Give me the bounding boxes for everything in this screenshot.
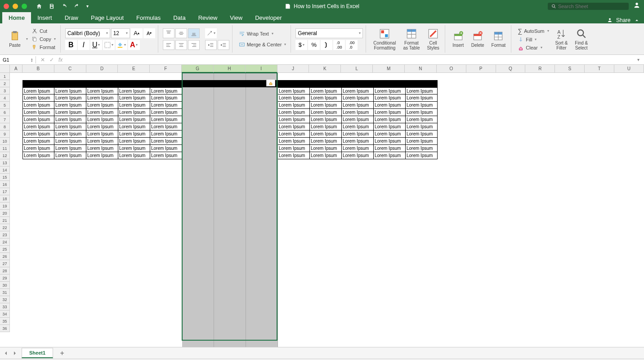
font-name-select[interactable]: Calibri (Body)▾ xyxy=(65,28,110,38)
row-header-22[interactable]: 22 xyxy=(0,224,10,231)
orientation-button[interactable]: ▾ xyxy=(205,28,217,38)
row-header-8[interactable]: 8 xyxy=(0,123,10,130)
col-header-U[interactable]: U xyxy=(614,65,644,73)
cell-E8[interactable]: Lorem Ipsum xyxy=(118,123,150,130)
cell-K10[interactable]: Lorem Ipsum xyxy=(310,138,342,145)
cell-C5[interactable]: Lorem Ipsum xyxy=(54,102,86,109)
percent-button[interactable]: % xyxy=(308,40,320,50)
cell-M9[interactable]: Lorem Ipsum xyxy=(374,130,406,138)
cell-L12[interactable]: Lorem Ipsum xyxy=(342,152,374,159)
increase-decimal-button[interactable]: .0.00 xyxy=(333,40,345,50)
cell-M5[interactable]: Lorem Ipsum xyxy=(374,102,406,109)
cell-L7[interactable]: Lorem Ipsum xyxy=(342,116,374,123)
cell-J7[interactable]: Lorem Ipsum xyxy=(278,116,310,123)
spreadsheet-grid[interactable]: ABCDEFGHIJKLMNOPQRSTU 123456789101112131… xyxy=(0,65,644,347)
cell-L9[interactable]: Lorem Ipsum xyxy=(342,130,374,138)
cell-M4[interactable]: Lorem Ipsum xyxy=(374,94,406,102)
cell-J6[interactable]: Lorem Ipsum xyxy=(278,109,310,116)
cell-D12[interactable]: Lorem Ipsum xyxy=(86,152,118,159)
format-cells-button[interactable]: Format xyxy=(489,29,509,49)
undo-icon[interactable] xyxy=(61,3,67,9)
paste-dropdown-icon[interactable]: ▾ xyxy=(26,37,28,41)
cell-K11[interactable]: Lorem Ipsum xyxy=(310,145,342,152)
cell-N7[interactable]: Lorem Ipsum xyxy=(406,116,438,123)
merge-center-button[interactable]: Merge & Center▾ xyxy=(237,41,288,48)
cell-K5[interactable]: Lorem Ipsum xyxy=(310,102,342,109)
cell-B11[interactable]: Lorem Ipsum xyxy=(22,145,54,152)
cell-F7[interactable]: Lorem Ipsum xyxy=(150,116,182,123)
add-sheet-button[interactable]: + xyxy=(58,349,67,358)
cell-L6[interactable]: Lorem Ipsum xyxy=(342,109,374,116)
cell-F9[interactable]: Lorem Ipsum xyxy=(150,130,182,138)
row-header-23[interactable]: 23 xyxy=(0,231,10,238)
cell-E11[interactable]: Lorem Ipsum xyxy=(118,145,150,152)
cell-J4[interactable]: Lorem Ipsum xyxy=(278,94,310,102)
cell-N8[interactable]: Lorem Ipsum xyxy=(406,123,438,130)
row-header-18[interactable]: 18 xyxy=(0,195,10,202)
row-header-19[interactable]: 19 xyxy=(0,202,10,210)
cell-C9[interactable]: Lorem Ipsum xyxy=(54,130,86,138)
cell-F3[interactable]: Lorem Ipsum xyxy=(150,87,182,94)
cell-N5[interactable]: Lorem Ipsum xyxy=(406,102,438,109)
row-header-15[interactable]: 15 xyxy=(0,174,10,181)
cell-K12[interactable]: Lorem Ipsum xyxy=(310,152,342,159)
cell-styles-button[interactable]: Cell Styles xyxy=(424,27,442,51)
formula-input[interactable] xyxy=(67,56,633,63)
row-header-21[interactable]: 21 xyxy=(0,217,10,224)
col-header-E[interactable]: E xyxy=(118,65,150,73)
copy-button[interactable]: Copy▾ xyxy=(30,36,58,43)
cancel-formula-icon[interactable]: ✕ xyxy=(40,57,45,63)
cell-B3[interactable]: Lorem Ipsum xyxy=(22,87,54,94)
cell-K7[interactable]: Lorem Ipsum xyxy=(310,116,342,123)
row-header-28[interactable]: 28 xyxy=(0,267,10,274)
cell-J5[interactable]: Lorem Ipsum xyxy=(278,102,310,109)
tab-view[interactable]: View xyxy=(224,12,249,23)
cell-N11[interactable]: Lorem Ipsum xyxy=(406,145,438,152)
cell-F5[interactable]: Lorem Ipsum xyxy=(150,102,182,109)
row-header-24[interactable]: 24 xyxy=(0,238,10,246)
cell-M8[interactable]: Lorem Ipsum xyxy=(374,123,406,130)
insert-cells-button[interactable]: Insert xyxy=(450,29,467,49)
cell-L11[interactable]: Lorem Ipsum xyxy=(342,145,374,152)
cell-B5[interactable]: Lorem Ipsum xyxy=(22,102,54,109)
row-header-5[interactable]: 5 xyxy=(0,102,10,109)
cell-N10[interactable]: Lorem Ipsum xyxy=(406,138,438,145)
cell-N4[interactable]: Lorem Ipsum xyxy=(406,94,438,102)
col-header-C[interactable]: C xyxy=(54,65,86,73)
cell-N6[interactable]: Lorem Ipsum xyxy=(406,109,438,116)
row-header-27[interactable]: 27 xyxy=(0,260,10,267)
cell-F12[interactable]: Lorem Ipsum xyxy=(150,152,182,159)
tab-data[interactable]: Data xyxy=(167,12,192,23)
close-window-button[interactable] xyxy=(4,4,9,9)
cell-B10[interactable]: Lorem Ipsum xyxy=(22,138,54,145)
tab-developer[interactable]: Developer xyxy=(249,12,288,23)
cell-D5[interactable]: Lorem Ipsum xyxy=(86,102,118,109)
share-button[interactable]: Share xyxy=(616,17,631,23)
cell-K3[interactable]: Lorem Ipsum xyxy=(310,87,342,94)
home-icon[interactable] xyxy=(36,3,42,9)
align-left-button[interactable] xyxy=(163,40,174,50)
cell-K8[interactable]: Lorem Ipsum xyxy=(310,123,342,130)
user-account-icon[interactable] xyxy=(633,2,640,11)
row-header-7[interactable]: 7 xyxy=(0,116,10,123)
row-header-12[interactable]: 12 xyxy=(0,152,10,159)
tab-review[interactable]: Review xyxy=(192,12,224,23)
cell-F10[interactable]: Lorem Ipsum xyxy=(150,138,182,145)
col-header-L[interactable]: L xyxy=(341,65,373,73)
italic-button[interactable]: I xyxy=(78,40,89,50)
cell-E5[interactable]: Lorem Ipsum xyxy=(118,102,150,109)
prev-sheet-button[interactable] xyxy=(4,349,8,357)
next-sheet-button[interactable] xyxy=(13,349,17,357)
row-header-35[interactable]: 35 xyxy=(0,318,10,325)
cell-E12[interactable]: Lorem Ipsum xyxy=(118,152,150,159)
col-header-R[interactable]: R xyxy=(525,65,555,73)
cell-D8[interactable]: Lorem Ipsum xyxy=(86,123,118,130)
search-box[interactable] xyxy=(548,3,629,10)
col-header-I[interactable]: I xyxy=(246,65,277,73)
row-header-29[interactable]: 29 xyxy=(0,274,10,282)
cell-J11[interactable]: Lorem Ipsum xyxy=(278,145,310,152)
row-header-33[interactable]: 33 xyxy=(0,303,10,310)
fx-icon[interactable]: fx xyxy=(58,57,63,63)
cell-J10[interactable]: Lorem Ipsum xyxy=(278,138,310,145)
row-header-11[interactable]: 11 xyxy=(0,145,10,152)
